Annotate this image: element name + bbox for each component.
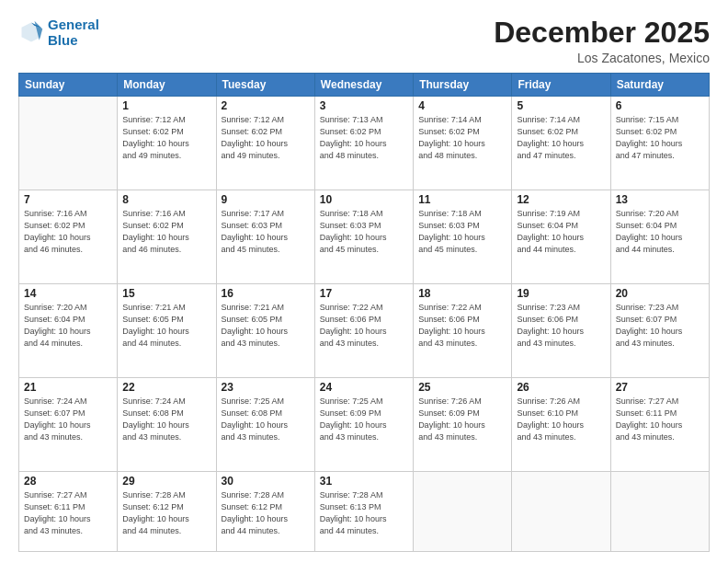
day-cell: 31Sunrise: 7:28 AMSunset: 6:13 PMDayligh… xyxy=(314,471,413,551)
week-row-2: 7Sunrise: 7:16 AMSunset: 6:02 PMDaylight… xyxy=(19,190,710,284)
col-header-sunday: Sunday xyxy=(19,74,118,97)
day-number: 5 xyxy=(517,99,605,112)
day-cell: 26Sunrise: 7:26 AMSunset: 6:10 PMDayligh… xyxy=(512,377,610,471)
day-info: Sunrise: 7:22 AMSunset: 6:06 PMDaylight:… xyxy=(320,302,408,350)
day-cell: 4Sunrise: 7:14 AMSunset: 6:02 PMDaylight… xyxy=(414,97,512,190)
day-number: 28 xyxy=(24,475,112,488)
day-cell: 25Sunrise: 7:26 AMSunset: 6:09 PMDayligh… xyxy=(414,377,512,471)
day-number: 3 xyxy=(320,99,408,112)
day-info: Sunrise: 7:18 AMSunset: 6:03 PMDaylight:… xyxy=(320,208,408,256)
day-info: Sunrise: 7:23 AMSunset: 6:07 PMDaylight:… xyxy=(616,302,704,350)
day-info: Sunrise: 7:28 AMSunset: 6:12 PMDaylight:… xyxy=(122,489,210,537)
day-number: 27 xyxy=(616,381,704,394)
day-cell: 18Sunrise: 7:22 AMSunset: 6:06 PMDayligh… xyxy=(414,284,512,378)
day-cell: 2Sunrise: 7:12 AMSunset: 6:02 PMDaylight… xyxy=(216,97,314,190)
day-number: 9 xyxy=(222,193,310,206)
day-cell: 23Sunrise: 7:25 AMSunset: 6:08 PMDayligh… xyxy=(216,377,314,471)
day-cell xyxy=(19,97,118,190)
day-cell xyxy=(512,471,610,551)
day-info: Sunrise: 7:14 AMSunset: 6:02 PMDaylight:… xyxy=(418,114,506,162)
day-cell: 14Sunrise: 7:20 AMSunset: 6:04 PMDayligh… xyxy=(19,284,118,378)
calendar-table: SundayMondayTuesdayWednesdayThursdayFrid… xyxy=(18,73,710,552)
day-number: 21 xyxy=(24,381,112,394)
day-info: Sunrise: 7:25 AMSunset: 6:08 PMDaylight:… xyxy=(222,396,310,443)
col-header-friday: Friday xyxy=(512,74,610,97)
day-cell xyxy=(610,471,709,551)
day-cell: 15Sunrise: 7:21 AMSunset: 6:05 PMDayligh… xyxy=(118,284,216,378)
day-cell: 20Sunrise: 7:23 AMSunset: 6:07 PMDayligh… xyxy=(610,284,709,378)
day-info: Sunrise: 7:24 AMSunset: 6:08 PMDaylight:… xyxy=(122,396,210,443)
day-number: 6 xyxy=(616,99,704,112)
day-number: 30 xyxy=(222,475,310,488)
day-cell: 9Sunrise: 7:17 AMSunset: 6:03 PMDaylight… xyxy=(216,190,314,284)
day-info: Sunrise: 7:17 AMSunset: 6:03 PMDaylight:… xyxy=(222,208,310,256)
day-cell: 11Sunrise: 7:18 AMSunset: 6:03 PMDayligh… xyxy=(414,190,512,284)
day-number: 14 xyxy=(24,287,112,300)
day-number: 1 xyxy=(122,99,210,112)
day-cell: 6Sunrise: 7:15 AMSunset: 6:02 PMDaylight… xyxy=(610,97,709,190)
day-cell: 7Sunrise: 7:16 AMSunset: 6:02 PMDaylight… xyxy=(19,190,118,284)
title-block: December 2025 Los Zacatones, Mexico xyxy=(494,17,710,65)
week-row-3: 14Sunrise: 7:20 AMSunset: 6:04 PMDayligh… xyxy=(19,284,710,378)
col-header-monday: Monday xyxy=(118,74,216,97)
day-info: Sunrise: 7:20 AMSunset: 6:04 PMDaylight:… xyxy=(616,208,704,256)
day-info: Sunrise: 7:12 AMSunset: 6:02 PMDaylight:… xyxy=(122,114,210,162)
week-row-1: 1Sunrise: 7:12 AMSunset: 6:02 PMDaylight… xyxy=(19,97,710,190)
day-info: Sunrise: 7:26 AMSunset: 6:09 PMDaylight:… xyxy=(418,396,506,443)
day-cell: 8Sunrise: 7:16 AMSunset: 6:02 PMDaylight… xyxy=(118,190,216,284)
day-cell: 22Sunrise: 7:24 AMSunset: 6:08 PMDayligh… xyxy=(118,377,216,471)
header-row: SundayMondayTuesdayWednesdayThursdayFrid… xyxy=(19,74,710,97)
col-header-thursday: Thursday xyxy=(414,74,512,97)
day-number: 17 xyxy=(320,287,408,300)
day-cell: 28Sunrise: 7:27 AMSunset: 6:11 PMDayligh… xyxy=(19,471,118,551)
day-info: Sunrise: 7:21 AMSunset: 6:05 PMDaylight:… xyxy=(222,302,310,350)
day-info: Sunrise: 7:27 AMSunset: 6:11 PMDaylight:… xyxy=(616,396,704,443)
day-number: 4 xyxy=(418,99,506,112)
day-number: 15 xyxy=(122,287,210,300)
day-cell: 12Sunrise: 7:19 AMSunset: 6:04 PMDayligh… xyxy=(512,190,610,284)
day-cell: 5Sunrise: 7:14 AMSunset: 6:02 PMDaylight… xyxy=(512,97,610,190)
day-number: 8 xyxy=(122,193,210,206)
day-info: Sunrise: 7:20 AMSunset: 6:04 PMDaylight:… xyxy=(24,302,112,350)
day-info: Sunrise: 7:19 AMSunset: 6:04 PMDaylight:… xyxy=(517,208,605,256)
day-cell: 16Sunrise: 7:21 AMSunset: 6:05 PMDayligh… xyxy=(216,284,314,378)
day-number: 23 xyxy=(222,381,310,394)
day-number: 20 xyxy=(616,287,704,300)
day-number: 22 xyxy=(122,381,210,394)
day-info: Sunrise: 7:27 AMSunset: 6:11 PMDaylight:… xyxy=(24,489,112,537)
day-cell: 29Sunrise: 7:28 AMSunset: 6:12 PMDayligh… xyxy=(118,471,216,551)
day-cell xyxy=(414,471,512,551)
day-number: 29 xyxy=(122,475,210,488)
day-info: Sunrise: 7:28 AMSunset: 6:13 PMDaylight:… xyxy=(320,489,408,537)
logo-icon xyxy=(18,19,44,45)
day-number: 10 xyxy=(320,193,408,206)
day-cell: 10Sunrise: 7:18 AMSunset: 6:03 PMDayligh… xyxy=(314,190,413,284)
day-info: Sunrise: 7:15 AMSunset: 6:02 PMDaylight:… xyxy=(616,114,704,162)
day-cell: 3Sunrise: 7:13 AMSunset: 6:02 PMDaylight… xyxy=(314,97,413,190)
col-header-wednesday: Wednesday xyxy=(314,74,413,97)
day-number: 16 xyxy=(222,287,310,300)
day-info: Sunrise: 7:25 AMSunset: 6:09 PMDaylight:… xyxy=(320,396,408,443)
col-header-tuesday: Tuesday xyxy=(216,74,314,97)
day-number: 18 xyxy=(418,287,506,300)
day-info: Sunrise: 7:22 AMSunset: 6:06 PMDaylight:… xyxy=(418,302,506,350)
day-info: Sunrise: 7:28 AMSunset: 6:12 PMDaylight:… xyxy=(222,489,310,537)
day-info: Sunrise: 7:24 AMSunset: 6:07 PMDaylight:… xyxy=(24,396,112,443)
day-info: Sunrise: 7:13 AMSunset: 6:02 PMDaylight:… xyxy=(320,114,408,162)
day-cell: 17Sunrise: 7:22 AMSunset: 6:06 PMDayligh… xyxy=(314,284,413,378)
day-cell: 13Sunrise: 7:20 AMSunset: 6:04 PMDayligh… xyxy=(610,190,709,284)
page: General Blue December 2025 Los Zacatones… xyxy=(0,0,728,563)
day-cell: 1Sunrise: 7:12 AMSunset: 6:02 PMDaylight… xyxy=(118,97,216,190)
week-row-5: 28Sunrise: 7:27 AMSunset: 6:11 PMDayligh… xyxy=(19,471,710,551)
day-number: 31 xyxy=(320,475,408,488)
day-number: 25 xyxy=(418,381,506,394)
day-info: Sunrise: 7:12 AMSunset: 6:02 PMDaylight:… xyxy=(222,114,310,162)
day-cell: 30Sunrise: 7:28 AMSunset: 6:12 PMDayligh… xyxy=(216,471,314,551)
day-number: 19 xyxy=(517,287,605,300)
day-info: Sunrise: 7:21 AMSunset: 6:05 PMDaylight:… xyxy=(122,302,210,350)
day-info: Sunrise: 7:16 AMSunset: 6:02 PMDaylight:… xyxy=(24,208,112,256)
logo-text: General Blue xyxy=(48,17,99,49)
day-number: 12 xyxy=(517,193,605,206)
month-title: December 2025 xyxy=(494,17,710,49)
day-number: 24 xyxy=(320,381,408,394)
